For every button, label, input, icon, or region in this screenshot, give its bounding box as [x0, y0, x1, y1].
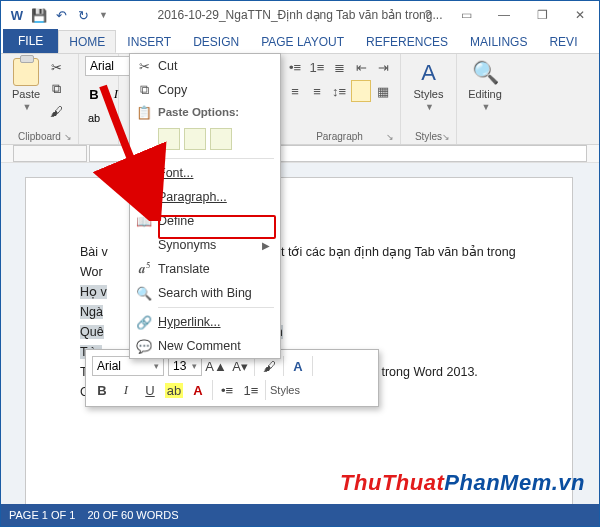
tab-design[interactable]: DESIGN	[182, 30, 250, 53]
editing-button[interactable]: 🔍 Editing ▼	[463, 56, 507, 112]
hyperlink-icon: 🔗	[130, 315, 158, 330]
menu-cut[interactable]: ✂Cut	[130, 54, 280, 78]
tab-review[interactable]: REVI	[538, 30, 588, 53]
shading-icon[interactable]	[351, 80, 371, 102]
status-page[interactable]: PAGE 1 OF 1	[9, 509, 75, 521]
align-left-icon[interactable]: ≡	[285, 80, 305, 102]
group-label-font	[85, 140, 112, 144]
text-effects-button[interactable]: ab	[85, 108, 103, 128]
chevron-right-icon: ▶	[262, 240, 270, 251]
tab-file[interactable]: FILE	[3, 29, 58, 53]
cut-icon[interactable]: ✂	[47, 58, 65, 76]
separator	[158, 158, 274, 159]
menu-define[interactable]: 📖Define	[130, 209, 280, 233]
menu-copy[interactable]: ⧉Copy	[130, 78, 280, 102]
paste-icon	[13, 58, 39, 86]
borders-icon[interactable]: ▦	[373, 80, 393, 102]
group-paragraph: •≡ 1≡ ≣ ⇤ ⇥ ≡ ≡ ↕≡ ▦ Paragraph↘	[279, 54, 401, 144]
decrease-indent-icon[interactable]: ⇤	[351, 56, 371, 78]
group-label-paragraph: Paragraph↘	[285, 129, 394, 144]
menu-search-bing[interactable]: 🔍Search with Bing	[130, 281, 280, 305]
line-spacing-icon[interactable]: ↕≡	[329, 80, 349, 102]
bold-button[interactable]: B	[85, 84, 103, 104]
status-bar: PAGE 1 OF 1 20 OF 60 WORDS	[1, 504, 599, 526]
italic-button[interactable]: I	[107, 84, 125, 104]
mini-numbering-icon[interactable]: 1≡	[241, 379, 261, 401]
document-area: Bài vii tiết tới các bạn định dạng Tab v…	[1, 163, 599, 504]
minimize-icon[interactable]: —	[489, 5, 519, 25]
group-editing: 🔍 Editing ▼	[457, 54, 513, 144]
menu-translate[interactable]: 𝒂⁵Translate	[130, 257, 280, 281]
copy-icon: ⧉	[130, 82, 158, 98]
group-font: Arial B I ab	[79, 54, 119, 144]
center-icon[interactable]: ≡	[307, 80, 327, 102]
clipboard-icon: 📋	[130, 105, 158, 120]
tab-page-layout[interactable]: PAGE LAYOUT	[250, 30, 355, 53]
mini-bullets-icon[interactable]: •≡	[217, 379, 237, 401]
mini-font-color-icon[interactable]: A	[188, 379, 208, 401]
mini-bold[interactable]: B	[92, 379, 112, 401]
paste-merge-icon[interactable]	[184, 128, 206, 150]
increase-indent-icon[interactable]: ⇥	[373, 56, 393, 78]
mini-styles-icon[interactable]: A	[288, 355, 308, 377]
menu-new-comment[interactable]: 💬New Comment	[130, 334, 280, 358]
close-icon[interactable]: ✕	[565, 5, 595, 25]
tab-insert[interactable]: INSERT	[116, 30, 182, 53]
numbering-icon[interactable]: 1≡	[307, 56, 327, 78]
redo-icon[interactable]: ↻	[75, 7, 91, 23]
horizontal-ruler[interactable]	[1, 145, 599, 163]
menu-paste-options	[130, 122, 280, 156]
dialog-launcher-icon[interactable]: ↘	[64, 132, 72, 142]
mini-italic[interactable]: I	[116, 379, 136, 401]
bullets-icon[interactable]: •≡	[285, 56, 305, 78]
status-word-count[interactable]: 20 OF 60 WORDS	[87, 509, 178, 521]
group-clipboard: Paste ▼ ✂ ⧉ 🖌 Clipboard↘	[1, 54, 79, 144]
ribbon-tabs: FILE HOME INSERT DESIGN PAGE LAYOUT REFE…	[1, 29, 599, 53]
doc-text: Wor	[80, 265, 103, 279]
chevron-down-icon: ▼	[482, 102, 491, 112]
dialog-launcher-icon[interactable]: ↘	[386, 132, 394, 142]
paste-button[interactable]: Paste ▼	[7, 56, 45, 112]
mini-font-combo[interactable]: Arial▾	[92, 356, 164, 376]
doc-text: Bài v	[80, 245, 108, 259]
menu-synonyms[interactable]: Synonyms▶	[130, 233, 280, 257]
undo-icon[interactable]: ↶	[53, 7, 69, 23]
tab-mailings[interactable]: MAILINGS	[459, 30, 538, 53]
translate-icon: 𝒂⁵	[130, 261, 158, 277]
group-label-styles: Styles↘	[407, 129, 450, 144]
tab-references[interactable]: REFERENCES	[355, 30, 459, 53]
menu-paragraph[interactable]: ≡¶Paragraph...	[130, 185, 280, 209]
qat-dropdown-icon[interactable]: ▼	[99, 10, 108, 20]
multilevel-icon[interactable]: ≣	[329, 56, 349, 78]
save-icon[interactable]: 💾	[31, 7, 47, 23]
doc-text: Họ v	[80, 285, 107, 299]
paste-keep-source-icon[interactable]	[158, 128, 180, 150]
title-bar: W 💾 ↶ ↻ ▼ 2016-10-29_NgaTTN_Định dạng Ta…	[1, 1, 599, 29]
chevron-down-icon: ▼	[23, 102, 32, 112]
restore-icon[interactable]: ❐	[527, 5, 557, 25]
font-icon: A	[130, 166, 158, 181]
paste-text-only-icon[interactable]	[210, 128, 232, 150]
styles-icon: A	[421, 60, 436, 86]
ribbon: Paste ▼ ✂ ⧉ 🖌 Clipboard↘ Arial B I	[1, 53, 599, 145]
mini-size-combo[interactable]: 13▾	[168, 356, 202, 376]
context-menu: ✂Cut ⧉Copy 📋Paste Options: AFont... ≡¶Pa…	[129, 53, 281, 359]
ribbon-display-icon[interactable]: ▭	[451, 5, 481, 25]
menu-font[interactable]: AFont...	[130, 161, 280, 185]
styles-button[interactable]: A Styles ▼	[407, 56, 450, 112]
group-label-clipboard: Clipboard↘	[7, 129, 72, 144]
define-icon: 📖	[130, 214, 158, 229]
copy-icon[interactable]: ⧉	[47, 80, 65, 98]
document-page[interactable]: Bài vii tiết tới các bạn định dạng Tab v…	[25, 177, 573, 504]
help-icon[interactable]: ?	[413, 5, 443, 25]
dialog-launcher-icon[interactable]: ↘	[442, 132, 450, 142]
menu-hyperlink[interactable]: 🔗Hyperlink...	[130, 310, 280, 334]
mini-highlight-icon[interactable]: ab	[164, 379, 184, 401]
watermark: ThuThuatPhanMem.vn	[340, 470, 585, 496]
format-painter-icon[interactable]: 🖌	[47, 102, 65, 120]
doc-text: Quê	[80, 325, 104, 339]
doc-text: ii tiết tới các bạn định dạng Tab văn bả…	[258, 245, 516, 259]
tab-home[interactable]: HOME	[58, 30, 116, 53]
mini-underline[interactable]: U	[140, 379, 160, 401]
mini-styles-label[interactable]: Styles	[270, 384, 300, 396]
